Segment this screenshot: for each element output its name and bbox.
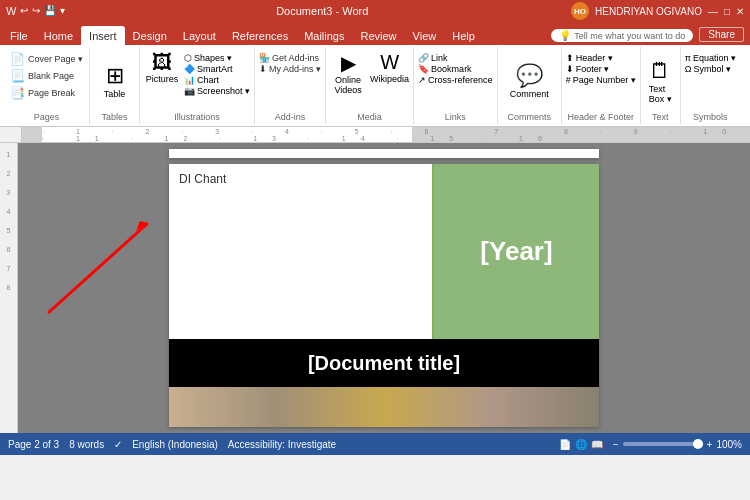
close-button[interactable]: ✕ [736,6,744,17]
symbol-icon: Ω [685,64,692,74]
ribbon-group-media: ▶ OnlineVideos W Wikipedia Media [326,47,414,124]
footer-icon: ⬇ [566,64,574,74]
ribbon-group-pages: 📄 Cover Page ▾ 📃 Blank Page 📑 Page Break… [4,47,90,124]
header-footer-group-label: Header & Footer [566,112,636,122]
tab-mailings[interactable]: Mailings [296,26,352,45]
document-area: 12345678 DI Chant [Year] [0,143,750,433]
pictures-button[interactable]: 🖼 Pictures [144,51,180,84]
header-icon: ⬆ [566,53,574,63]
read-view-icon[interactable]: 📖 [591,439,603,450]
zoom-out-button[interactable]: − [613,439,619,450]
title-bar-icons: W ↩ ↪ 💾 ▾ [6,5,65,17]
footer-button[interactable]: ⬇ Footer ▾ [566,64,636,74]
page-right-column: [Year] [434,164,599,339]
zoom-slider[interactable] [623,442,703,446]
ribbon-group-links: 🔗 Link 🔖 Bookmark ↗ Cross-reference Link… [414,47,498,124]
user-area: HO HENDRIYAN OGIVANO — □ ✕ [571,2,744,20]
web-view-icon[interactable]: 🌐 [575,439,587,450]
ribbon-group-comments: 💬 Comment Comments [498,47,562,124]
cross-ref-icon: ↗ [418,75,426,85]
tab-view[interactable]: View [405,26,445,45]
year-placeholder: [Year] [480,236,552,267]
shapes-icon: ⬡ [184,53,192,63]
ribbon-group-symbols: π Equation ▾ Ω Symbol ▾ Symbols [681,47,740,124]
link-icon: 🔗 [418,53,429,63]
wikipedia-icon: W [380,51,399,74]
tab-references[interactable]: References [224,26,296,45]
word-icon: W [6,5,16,17]
print-view-icon[interactable]: 📄 [559,439,571,450]
word-count: 8 words [69,439,104,450]
smartart-button[interactable]: 🔷 SmartArt [184,64,250,74]
online-videos-button[interactable]: ▶ OnlineVideos [330,51,366,95]
header-button[interactable]: ⬆ Header ▾ [566,53,636,63]
vertical-ruler: 12345678 [0,143,18,433]
customize-icon[interactable]: ▾ [60,5,65,17]
svg-marker-1 [136,221,148,231]
screenshot-button[interactable]: 📷 Screenshot ▾ [184,86,250,96]
pages-group-label: Pages [8,112,85,122]
title-bar: W ↩ ↪ 💾 ▾ Document3 - Word HO HENDRIYAN … [0,0,750,22]
illustrations-group-label: Illustrations [144,112,250,122]
tell-me-bar[interactable]: 💡 Tell me what you want to do [551,29,693,42]
ribbon-group-header-footer: ⬆ Header ▾ ⬇ Footer ▾ # Page Number ▾ He… [562,47,641,124]
ribbon-group-addins: 🏪 Get Add-ins ⬇ My Add-ins ▾ Add-ins [255,47,326,124]
zoom-controls: − + 100% [613,439,742,450]
tab-help[interactable]: Help [444,26,483,45]
bookmark-icon: 🔖 [418,64,429,74]
zoom-thumb [693,439,703,449]
comment-button[interactable]: 💬 Comment [506,49,553,112]
user-avatar: HO [571,2,589,20]
share-button[interactable]: Share [699,27,744,42]
equation-icon: π [685,53,691,63]
comment-icon: 💬 [516,63,543,89]
ribbon-group-tables: ⊞ Table Tables [90,47,140,124]
links-group-label: Links [418,112,493,122]
link-button[interactable]: 🔗 Link [418,53,493,63]
addins-group-label: Add-ins [259,112,321,122]
ruler: · 1 · 2 · 3 · 4 · 5 · 6 · 7 · 8 · 9 · 10… [0,127,750,143]
pictures-icon: 🖼 [152,51,172,74]
page-break-button[interactable]: 📑 Page Break [8,85,85,101]
cover-page-button[interactable]: 📄 Cover Page ▾ [8,51,85,67]
text-group-label: Text [652,112,669,122]
maximize-button[interactable]: □ [724,6,730,17]
shapes-button[interactable]: ⬡ Shapes ▾ [184,53,250,63]
equation-button[interactable]: π Equation ▾ [685,53,736,63]
tab-file[interactable]: File [2,26,36,45]
zoom-in-button[interactable]: + [707,439,713,450]
chart-icon: 📊 [184,75,195,85]
redo-icon[interactable]: ↪ [32,5,40,17]
blank-page-button[interactable]: 📃 Blank Page [8,68,85,84]
page-left-column: DI Chant [169,164,434,339]
blank-page-icon: 📃 [10,69,25,83]
page-break-icon: 📑 [10,86,25,100]
store-icon: 🏪 [259,53,270,63]
page-count: Page 2 of 3 [8,439,59,450]
tab-home[interactable]: Home [36,26,81,45]
save-icon[interactable]: 💾 [44,5,56,17]
page-number-icon: # [566,75,571,85]
comments-group-label: Comments [507,112,551,122]
my-addins-button[interactable]: ⬇ My Add-ins ▾ [259,64,321,74]
spell-check-icon: ✓ [114,439,122,450]
minimize-button[interactable]: — [708,6,718,17]
page-number-button[interactable]: # Page Number ▾ [566,75,636,85]
undo-icon[interactable]: ↩ [20,5,28,17]
tab-review[interactable]: Review [353,26,405,45]
zoom-level: 100% [716,439,742,450]
bookmark-button[interactable]: 🔖 Bookmark [418,64,493,74]
get-addins-button[interactable]: 🏪 Get Add-ins [259,53,321,63]
wikipedia-button[interactable]: W Wikipedia [370,51,409,84]
table-button[interactable]: ⊞ Table [100,49,130,112]
view-buttons: 📄 🌐 📖 [559,439,603,450]
symbol-button[interactable]: Ω Symbol ▾ [685,64,736,74]
tab-design[interactable]: Design [125,26,175,45]
textbox-button[interactable]: 🗒 TextBox ▾ [645,49,676,112]
chart-button[interactable]: 📊 Chart [184,75,250,85]
di-chant-text: DI Chant [179,172,226,186]
tab-insert[interactable]: Insert [81,26,125,45]
tab-layout[interactable]: Layout [175,26,224,45]
cross-reference-button[interactable]: ↗ Cross-reference [418,75,493,85]
tell-me-text: Tell me what you want to do [574,31,685,41]
